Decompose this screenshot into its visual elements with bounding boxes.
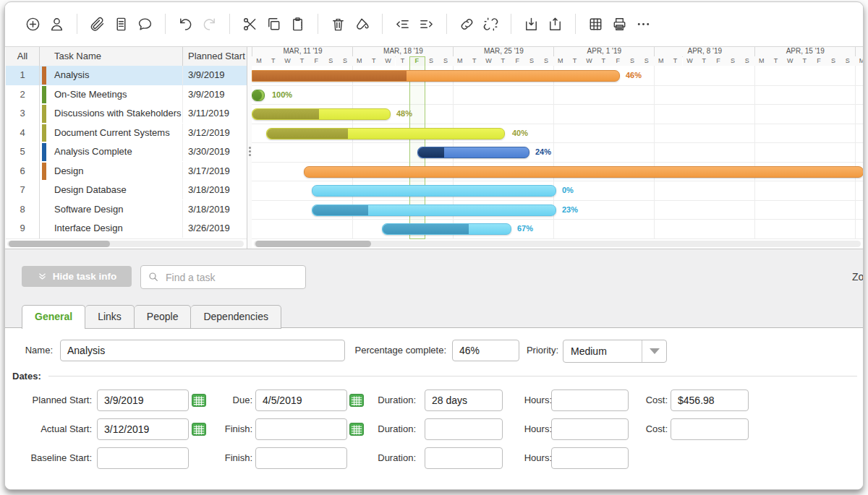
task-row[interactable]: 8Software Design3/18/2019 — [6, 200, 247, 220]
priority-dropdown-arrow-icon[interactable] — [642, 340, 666, 362]
paste-button[interactable] — [286, 13, 309, 35]
calendar-icon[interactable] — [192, 393, 206, 408]
gantt-bar[interactable] — [252, 108, 391, 120]
columns-button[interactable] — [584, 13, 607, 35]
day-header-cell: M — [252, 56, 266, 66]
planned-start-cell[interactable]: 3/17/2019 — [182, 162, 247, 181]
hours-field[interactable] — [551, 389, 629, 411]
column-header-all[interactable]: All — [6, 47, 40, 66]
calendar-icon[interactable] — [349, 393, 364, 408]
task-name-cell[interactable]: Design — [54, 162, 83, 181]
tab-links[interactable]: Links — [85, 305, 135, 329]
notes-button[interactable] — [110, 13, 132, 35]
duration-field[interactable] — [425, 447, 503, 469]
task-row[interactable]: 1Analysis3/9/2019 — [6, 66, 247, 86]
print-button[interactable] — [608, 13, 631, 35]
planned-start-cell[interactable]: 3/30/2019 — [182, 142, 247, 161]
planned-start-cell[interactable]: 3/9/2019 — [182, 66, 247, 85]
add-person-button[interactable] — [46, 13, 68, 35]
duration-field[interactable] — [425, 418, 503, 440]
finish-field[interactable] — [255, 418, 347, 440]
priority-select[interactable]: Medium — [563, 340, 667, 363]
attachment-button[interactable] — [86, 13, 109, 35]
gantt-h-scrollbar[interactable] — [254, 241, 861, 247]
calendar-icon[interactable] — [192, 422, 206, 436]
comment-button[interactable] — [134, 13, 156, 35]
cost-field[interactable]: $456.98 — [671, 389, 749, 411]
hide-task-info-button[interactable]: Hide task info — [22, 266, 132, 287]
planned-start-cell[interactable]: 3/26/2019 — [182, 219, 247, 238]
more-button[interactable] — [632, 13, 655, 35]
planned-start-field[interactable]: 3/9/2019 — [97, 389, 189, 411]
task-name-cell[interactable]: Document Current Systems — [54, 124, 170, 142]
actual-start-field[interactable]: 3/12/2019 — [97, 418, 189, 440]
task-row[interactable]: 6Design3/17/2019 — [6, 162, 247, 182]
task-name-cell[interactable]: Software Design — [54, 200, 123, 219]
link-button[interactable] — [456, 13, 478, 35]
row-number-cell[interactable]: 1 — [6, 66, 40, 85]
planned-start-cell[interactable]: 3/9/2019 — [182, 85, 247, 104]
task-row[interactable]: 9Interface Design3/26/2019 — [6, 219, 247, 239]
indent-button[interactable] — [415, 13, 438, 35]
due-field[interactable]: 4/5/2019 — [255, 389, 347, 411]
cut-button[interactable] — [239, 13, 261, 35]
column-header-planned-start[interactable]: Planned Start — [182, 47, 247, 66]
gantt-bar[interactable] — [312, 185, 556, 197]
row-number-cell[interactable]: 8 — [6, 200, 40, 220]
add-task-button[interactable] — [22, 13, 44, 35]
find-task-input[interactable] — [164, 266, 301, 288]
calendar-icon[interactable] — [349, 422, 364, 436]
unlink-button[interactable] — [480, 13, 502, 35]
copy-button[interactable] — [263, 13, 285, 35]
gantt-bar[interactable] — [252, 90, 265, 101]
import-button[interactable] — [520, 13, 542, 35]
row-number-cell[interactable]: 7 — [6, 181, 40, 200]
tab-dependencies[interactable]: Dependencies — [191, 305, 281, 329]
name-field[interactable]: Analysis — [60, 340, 345, 361]
fill-color-button[interactable] — [351, 13, 373, 35]
task-name-cell[interactable]: Analysis Complete — [54, 142, 132, 161]
gantt-bar[interactable] — [266, 128, 505, 139]
row-number-cell[interactable]: 9 — [6, 219, 40, 238]
gantt-bar[interactable] — [252, 70, 620, 82]
delete-button[interactable] — [327, 13, 349, 35]
tab-people[interactable]: People — [135, 305, 192, 329]
task-row[interactable]: 4Document Current Systems3/12/2019 — [6, 124, 247, 144]
planned-start-cell[interactable]: 3/11/2019 — [182, 104, 247, 123]
hours-field[interactable] — [551, 447, 629, 469]
task-name-cell[interactable]: Analysis — [54, 66, 89, 85]
row-number-cell[interactable]: 4 — [6, 124, 40, 143]
task-name-cell[interactable]: On-Site Meetings — [54, 85, 127, 104]
planned-start-cell[interactable]: 3/12/2019 — [182, 124, 247, 142]
gantt-h-scrollbar-thumb[interactable] — [255, 241, 371, 247]
task-name-cell[interactable]: Discussions with Stakeholders — [54, 104, 182, 123]
table-h-scrollbar-thumb[interactable] — [9, 241, 110, 247]
table-h-scrollbar[interactable] — [7, 241, 244, 247]
gantt-bar[interactable] — [312, 205, 556, 216]
task-row[interactable]: 7Design Database3/18/2019 — [6, 181, 247, 201]
hours-field[interactable] — [551, 418, 629, 440]
row-number-cell[interactable]: 3 — [6, 104, 40, 124]
finish-field[interactable] — [255, 447, 347, 469]
planned-start-cell[interactable]: 3/18/2019 — [182, 200, 247, 219]
export-button[interactable] — [544, 13, 566, 35]
duration-field[interactable]: 28 days — [425, 389, 503, 411]
undo-button[interactable] — [174, 13, 197, 35]
task-row[interactable]: 2On-Site Meetings3/9/2019 — [6, 85, 247, 106]
row-number-cell[interactable]: 2 — [6, 85, 40, 105]
outdent-button[interactable] — [391, 13, 414, 35]
baseline-start-field[interactable] — [97, 447, 189, 469]
task-name-cell[interactable]: Design Database — [54, 181, 127, 199]
tab-general[interactable]: General — [22, 305, 85, 329]
task-row[interactable]: 3Discussions with Stakeholders3/11/2019 — [6, 104, 247, 124]
gantt-bar[interactable] — [417, 147, 529, 158]
cost-field[interactable] — [671, 418, 749, 440]
task-row[interactable]: 5Analysis Complete3/30/2019 — [6, 142, 247, 163]
row-number-cell[interactable]: 6 — [6, 162, 40, 181]
planned-start-cell[interactable]: 3/18/2019 — [182, 181, 247, 199]
column-header-task-name[interactable]: Task Name — [54, 47, 101, 66]
task-name-cell[interactable]: Interface Design — [54, 219, 123, 238]
gantt-bar[interactable] — [304, 166, 863, 178]
gantt-bar[interactable] — [382, 223, 511, 235]
row-number-cell[interactable]: 5 — [6, 142, 40, 162]
